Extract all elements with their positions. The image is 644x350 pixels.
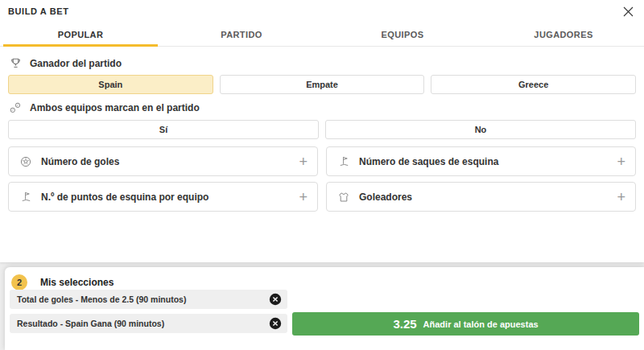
market-winner-label: Ganador del partido	[30, 58, 122, 69]
selection-row: Resultado - Spain Gana (90 minutos)	[10, 314, 287, 333]
tab-label: PARTIDO	[221, 30, 262, 39]
plus-icon: +	[617, 154, 625, 169]
selections-header: 2 Mis selecciones	[5, 267, 644, 290]
two-balls-icon	[8, 101, 23, 114]
corner-flag-icon	[19, 191, 33, 203]
cta-label: Añadir al talón de apuestas	[423, 319, 539, 329]
tab-label: EQUIPOS	[382, 30, 424, 39]
accordion-numero-de-goles[interactable]: Número de goles +	[8, 146, 318, 176]
tab-partido[interactable]: PARTIDO	[161, 25, 322, 46]
tab-jugadores[interactable]: JUGADORES	[483, 25, 644, 46]
accordion-puntos-de-esquina[interactable]: N.º de puntos de esquina por equipo +	[8, 182, 318, 212]
soccer-ball-icon	[19, 155, 33, 168]
accordion-saques-de-esquina[interactable]: Número de saques de esquina +	[326, 146, 636, 176]
selections-list: Total de goles - Menos de 2.5 (90 minuto…	[10, 290, 287, 338]
option-label: Spain	[98, 80, 122, 89]
remove-selection-icon	[269, 317, 282, 330]
build-a-bet-card: BUILD A BET POPULAR PARTIDO EQUIPOS JUGA…	[0, 0, 644, 262]
selections-title: Mis selecciones	[40, 277, 114, 288]
cta-odds: 3.25	[393, 317, 416, 331]
market-winner-header: Ganador del partido	[8, 57, 636, 69]
plus-icon: +	[617, 190, 625, 204]
accordion-grid: Número de goles + Número de saques de es…	[8, 146, 636, 212]
remove-selection-button[interactable]	[269, 293, 282, 306]
selection-label: Resultado - Spain Gana (90 minutos)	[17, 319, 269, 328]
trophy-icon	[8, 57, 23, 69]
selection-label: Total de goles - Menos de 2.5 (90 minuto…	[17, 294, 269, 304]
btts-options: Sí No	[8, 120, 636, 139]
remove-selection-icon	[269, 293, 282, 306]
option-greece[interactable]: Greece	[431, 75, 636, 94]
tab-label: JUGADORES	[534, 30, 592, 39]
plus-icon: +	[299, 190, 308, 204]
plus-icon: +	[299, 154, 308, 169]
selection-count-badge: 2	[11, 274, 27, 290]
remove-selection-button[interactable]	[269, 317, 282, 330]
accordion-label: Goleadores	[359, 191, 617, 203]
corner-flag-icon	[336, 155, 351, 167]
market-btts-header: Ambos equipos marcan en el partido	[8, 101, 636, 114]
selections-panel: 2 Mis selecciones Total de goles - Menos…	[5, 267, 644, 350]
close-icon	[622, 6, 634, 18]
option-label: No	[475, 125, 487, 134]
tab-popular[interactable]: POPULAR	[0, 25, 161, 46]
add-to-betslip-button[interactable]: 3.25 Añadir al talón de apuestas	[292, 312, 639, 336]
app-header: BUILD A BET	[0, 0, 644, 18]
jersey-icon	[336, 191, 351, 204]
option-si[interactable]: Sí	[8, 120, 319, 139]
tab-equipos[interactable]: EQUIPOS	[322, 25, 483, 46]
option-spain[interactable]: Spain	[8, 75, 213, 94]
option-label: Sí	[159, 125, 167, 134]
option-label: Greece	[518, 80, 548, 89]
accordion-label: Número de goles	[41, 156, 299, 167]
accordion-label: N.º de puntos de esquina por equipo	[41, 191, 299, 203]
close-button[interactable]	[622, 6, 634, 18]
accordion-goleadores[interactable]: Goleadores +	[326, 182, 636, 212]
market-btts-label: Ambos equipos marcan en el partido	[30, 102, 200, 113]
option-empate[interactable]: Empate	[220, 75, 425, 94]
tab-label: POPULAR	[58, 30, 104, 39]
page-title: BUILD A BET	[8, 6, 68, 16]
option-no[interactable]: No	[325, 120, 636, 139]
accordion-label: Número de saques de esquina	[359, 156, 617, 167]
tab-bar: POPULAR PARTIDO EQUIPOS JUGADORES	[0, 25, 644, 47]
markets-content: Ganador del partido Spain Empate Greece …	[0, 57, 644, 212]
option-label: Empate	[306, 80, 338, 89]
winner-options: Spain Empate Greece	[8, 75, 636, 94]
selection-row: Total de goles - Menos de 2.5 (90 minuto…	[10, 290, 287, 309]
